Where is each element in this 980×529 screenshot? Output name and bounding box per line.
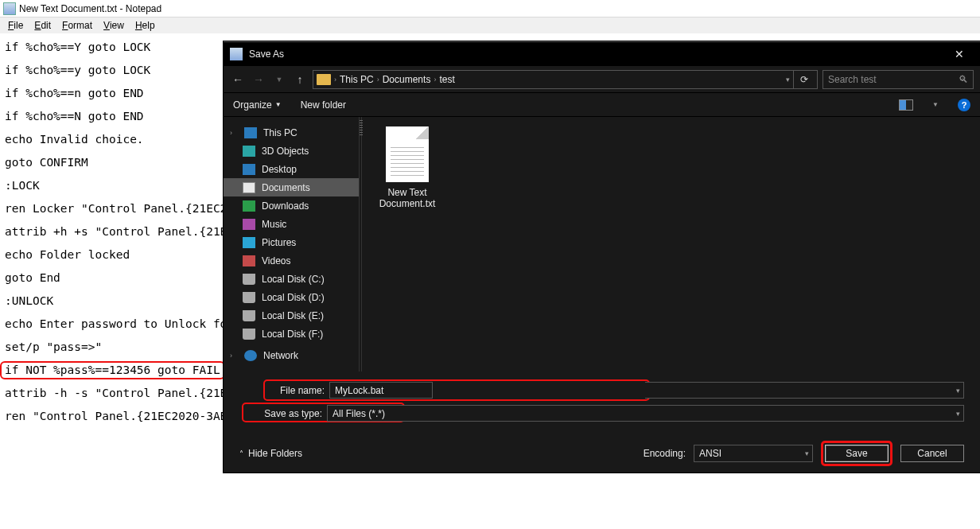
dialog-titlebar: Save As ✕ bbox=[224, 42, 980, 66]
search-input[interactable]: Search test 🔍︎ bbox=[822, 70, 974, 89]
hide-folders-button[interactable]: ˄ Hide Folders bbox=[239, 448, 302, 459]
chevron-down-icon: ▾ bbox=[956, 410, 960, 418]
disk-icon bbox=[243, 310, 255, 321]
menu-edit[interactable]: Edit bbox=[29, 20, 56, 31]
notepad-icon bbox=[3, 2, 16, 15]
nav-sidebar: ›This PC3D ObjectsDesktopDocumentsDownlo… bbox=[224, 117, 359, 371]
chevron-right-icon: › bbox=[377, 76, 379, 84]
filetype-label: Save as type: bbox=[263, 408, 327, 419]
encoding-select[interactable]: ANSI ▾ bbox=[694, 445, 813, 462]
chevron-down-icon[interactable]: ▼ bbox=[932, 101, 939, 108]
vid-icon bbox=[243, 255, 255, 266]
notepad-menubar: FileEditFormatViewHelp bbox=[0, 18, 980, 33]
net-icon bbox=[244, 350, 257, 361]
sidebar-item-network[interactable]: ›Network bbox=[224, 346, 359, 364]
sidebar-item-pictures[interactable]: Pictures bbox=[224, 233, 359, 251]
recent-dropdown[interactable]: ▼ bbox=[271, 76, 287, 84]
view-options-button[interactable] bbox=[899, 99, 913, 111]
3d-icon bbox=[243, 146, 255, 157]
disk-icon bbox=[243, 292, 255, 303]
sidebar-item-local-disk-d-[interactable]: Local Disk (D:) bbox=[224, 288, 359, 306]
menu-view[interactable]: View bbox=[99, 20, 129, 31]
nav-bar: ← → ▼ ↑ › This PC› Documents› test ▾ ⟳ S… bbox=[224, 66, 980, 93]
pc-icon bbox=[244, 127, 257, 138]
sidebar-item-label: Local Disk (C:) bbox=[262, 274, 325, 285]
folder-icon bbox=[317, 74, 331, 85]
menu-format[interactable]: Format bbox=[57, 20, 97, 31]
sidebar-item-label: Downloads bbox=[262, 200, 309, 212]
disk-icon bbox=[243, 274, 255, 285]
chevron-up-icon: ˄ bbox=[239, 449, 243, 458]
chevron-down-icon: ▾ bbox=[805, 449, 809, 457]
sidebar-item-local-disk-e-[interactable]: Local Disk (E:) bbox=[224, 306, 359, 325]
sidebar-item-music[interactable]: Music bbox=[224, 215, 359, 233]
chevron-down-icon[interactable]: ▾ bbox=[786, 76, 790, 84]
sidebar-item-label: Local Disk (E:) bbox=[262, 310, 324, 321]
pic-icon bbox=[243, 237, 255, 248]
breadcrumb: Documents› bbox=[383, 74, 437, 85]
text-file-icon bbox=[386, 126, 429, 182]
sidebar-item-label: 3D Objects bbox=[262, 146, 309, 157]
help-button[interactable]: ? bbox=[958, 99, 970, 111]
music-icon bbox=[243, 219, 255, 230]
encoding-label: Encoding: bbox=[644, 448, 686, 459]
chevron-right-icon: › bbox=[230, 352, 238, 360]
close-button[interactable]: ✕ bbox=[945, 42, 974, 66]
sidebar-item-label: Desktop bbox=[262, 164, 297, 175]
cancel-button[interactable]: Cancel bbox=[900, 445, 964, 462]
breadcrumb: test bbox=[439, 74, 454, 85]
filename-input[interactable]: MyLock.bat bbox=[329, 382, 433, 399]
sidebar-item-label: Pictures bbox=[262, 237, 296, 248]
chevron-right-icon: › bbox=[434, 76, 436, 84]
menu-help[interactable]: Help bbox=[130, 20, 160, 31]
forward-button[interactable]: → bbox=[251, 73, 266, 86]
sidebar-item-label: Music bbox=[262, 219, 286, 230]
sidebar-item-desktop[interactable]: Desktop bbox=[224, 160, 359, 178]
chevron-right-icon: › bbox=[334, 76, 336, 84]
chevron-down-icon: ▼ bbox=[275, 101, 282, 108]
sidebar-item-local-disk-f-[interactable]: Local Disk (F:) bbox=[224, 325, 359, 343]
file-label: New TextDocument.txt bbox=[371, 187, 443, 209]
sidebar-item-documents[interactable]: Documents bbox=[224, 178, 359, 196]
organize-menu[interactable]: Organize ▼ bbox=[233, 99, 282, 111]
notepad-titlebar: New Text Document.txt - Notepad bbox=[0, 0, 980, 18]
splitter[interactable] bbox=[359, 117, 362, 371]
dialog-icon bbox=[230, 48, 243, 60]
up-button[interactable]: ↑ bbox=[292, 73, 308, 86]
toolbar: Organize ▼ New folder ▼ ? bbox=[224, 93, 980, 117]
sidebar-item-label: Local Disk (F:) bbox=[262, 329, 323, 340]
sidebar-item-3d-objects[interactable]: 3D Objects bbox=[224, 142, 359, 160]
search-icon: 🔍︎ bbox=[959, 74, 968, 85]
disk-icon bbox=[243, 329, 255, 340]
desktop-icon bbox=[243, 164, 255, 175]
save-as-dialog: Save As ✕ ← → ▼ ↑ › This PC› Documents› … bbox=[224, 41, 980, 473]
sidebar-item-this-pc[interactable]: ›This PC bbox=[224, 123, 359, 142]
new-folder-button[interactable]: New folder bbox=[301, 99, 346, 111]
dialog-title: Save As bbox=[249, 49, 284, 60]
chevron-down-icon[interactable]: ▾ bbox=[956, 387, 960, 395]
notepad-title: New Text Document.txt - Notepad bbox=[19, 3, 161, 14]
dl-icon bbox=[243, 200, 255, 212]
chevron-right-icon: › bbox=[230, 129, 238, 137]
filetype-select[interactable]: All Files (*.*) ▾ bbox=[327, 405, 964, 422]
sidebar-item-label: Local Disk (D:) bbox=[262, 292, 325, 303]
save-button[interactable]: Save bbox=[825, 445, 889, 462]
file-item[interactable]: New TextDocument.txt bbox=[371, 126, 443, 209]
back-button[interactable]: ← bbox=[230, 73, 246, 86]
address-bar[interactable]: › This PC› Documents› test ▾ ⟳ bbox=[313, 70, 818, 89]
filename-label: File name: bbox=[266, 385, 329, 396]
sidebar-item-label: Documents bbox=[262, 182, 310, 193]
file-pane[interactable]: New TextDocument.txt bbox=[362, 117, 980, 371]
sidebar-item-label: Network bbox=[263, 350, 298, 361]
menu-file[interactable]: File bbox=[3, 20, 28, 31]
sidebar-item-label: Videos bbox=[262, 255, 290, 266]
sidebar-item-downloads[interactable]: Downloads bbox=[224, 196, 359, 215]
search-placeholder: Search test bbox=[828, 74, 877, 85]
sidebar-item-label: This PC bbox=[263, 127, 298, 138]
doc-icon bbox=[243, 182, 255, 193]
sidebar-item-videos[interactable]: Videos bbox=[224, 251, 359, 270]
sidebar-item-local-disk-c-[interactable]: Local Disk (C:) bbox=[224, 270, 359, 288]
refresh-button[interactable]: ⟳ bbox=[793, 70, 814, 89]
breadcrumb: This PC› bbox=[340, 74, 379, 85]
